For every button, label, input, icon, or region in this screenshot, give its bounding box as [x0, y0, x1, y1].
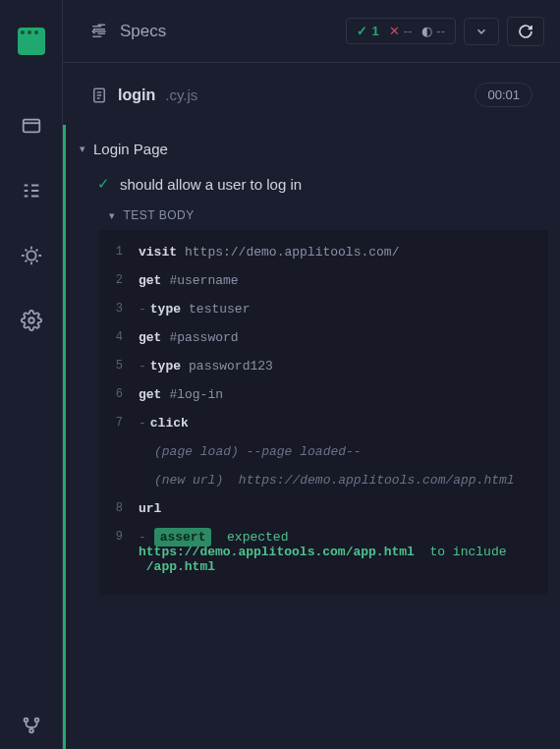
spec-ext: .cy.js	[165, 86, 197, 103]
new-url-event: (new url) https://demo.applitools.com/ap…	[99, 466, 548, 494]
svg-point-2	[28, 317, 34, 323]
command-number: 1	[99, 245, 139, 259]
test-panel: ▾ Login Page ✓ should allow a user to lo…	[63, 125, 560, 749]
command-name: visit	[139, 245, 177, 259]
refresh-icon	[518, 24, 533, 39]
describe-title: Login Page	[93, 141, 168, 157]
command-number: 7	[99, 416, 139, 431]
command-arg: #password	[169, 330, 238, 345]
command-row[interactable]: 6get#log-in	[99, 380, 548, 409]
command-number: 2	[99, 273, 139, 288]
rerun-button[interactable]	[507, 17, 544, 46]
chevron-down-icon	[475, 25, 488, 38]
command-name: get	[139, 330, 161, 345]
command-number: 5	[99, 359, 139, 374]
topbar-title: Specs	[120, 22, 166, 41]
command-row[interactable]: 1visithttps://demo.applitools.com/	[99, 238, 548, 266]
command-name: type	[139, 359, 181, 374]
command-name: get	[139, 273, 161, 288]
command-name: type	[139, 302, 181, 317]
command-arg: https://demo.applitools.com/	[185, 245, 399, 259]
spec-header: login.cy.js 00:01	[63, 63, 560, 125]
file-icon	[90, 86, 108, 104]
command-log: 1visithttps://demo.applitools.com/2get#u…	[99, 230, 548, 595]
svg-point-1	[27, 251, 35, 259]
command-arg: #log-in	[169, 387, 223, 402]
cypress-logo-icon[interactable]	[18, 28, 45, 55]
spec-name: login	[118, 86, 155, 104]
browser-icon[interactable]	[20, 114, 43, 138]
test-title: should allow a user to log in	[120, 176, 302, 193]
sidebar	[0, 0, 63, 749]
svg-rect-0	[23, 120, 39, 133]
describe-row[interactable]: ▾ Login Page	[66, 137, 548, 171]
debug-icon[interactable]	[20, 244, 43, 267]
command-arg: password123	[189, 359, 273, 374]
content-area: Specs ✓ 1 ✕ -- ◐ --	[63, 0, 560, 749]
spec-duration: 00:01	[475, 83, 532, 107]
viewport-button[interactable]	[464, 18, 499, 45]
chevron-down-icon: ▾	[109, 209, 116, 222]
svg-point-4	[34, 719, 38, 722]
run-stats: ✓ 1 ✕ -- ◐ --	[346, 18, 456, 44]
command-arg: testuser	[189, 302, 250, 317]
command-number: 3	[99, 302, 139, 317]
check-icon: ✓	[357, 24, 367, 38]
assert-row[interactable]: 9 - assert expected https://demo.applito…	[99, 523, 548, 581]
command-row[interactable]: 3typetestuser	[99, 295, 548, 323]
collapse-icon[interactable]	[90, 23, 108, 40]
pending-icon: ◐	[421, 24, 432, 38]
svg-point-3	[24, 719, 28, 722]
command-row[interactable]: 5typepassword123	[99, 352, 548, 380]
command-name: click	[139, 416, 189, 431]
command-row[interactable]: 4get#password	[99, 323, 548, 352]
topbar: Specs ✓ 1 ✕ -- ◐ --	[63, 0, 560, 63]
command-number: 8	[99, 501, 139, 516]
check-icon: ✓	[97, 175, 110, 193]
x-icon: ✕	[389, 24, 400, 38]
command-arg: #username	[169, 273, 238, 288]
test-body-toggle[interactable]: ▾ TEST BODY	[66, 206, 548, 230]
test-body-label: TEST BODY	[124, 208, 195, 222]
stat-passed: ✓ 1	[357, 24, 378, 38]
command-name: url	[139, 501, 161, 516]
chevron-down-icon: ▾	[80, 143, 85, 155]
command-number: 6	[99, 387, 139, 402]
specs-list-icon[interactable]	[20, 179, 43, 202]
stat-failed: ✕ --	[389, 24, 413, 38]
settings-icon[interactable]	[20, 309, 43, 332]
branch-icon[interactable]	[20, 714, 43, 737]
command-name: get	[139, 387, 161, 402]
test-row[interactable]: ✓ should allow a user to log in	[66, 171, 548, 206]
command-row[interactable]: 7click	[99, 409, 548, 437]
stat-pending: ◐ --	[421, 24, 445, 38]
command-row[interactable]: 2get#username	[99, 266, 548, 295]
command-number: 9	[99, 530, 139, 574]
command-row[interactable]: 8 url	[99, 494, 548, 523]
svg-point-5	[29, 729, 33, 733]
command-number: 4	[99, 330, 139, 345]
page-load-event: (page load) --page loaded--	[99, 437, 548, 466]
